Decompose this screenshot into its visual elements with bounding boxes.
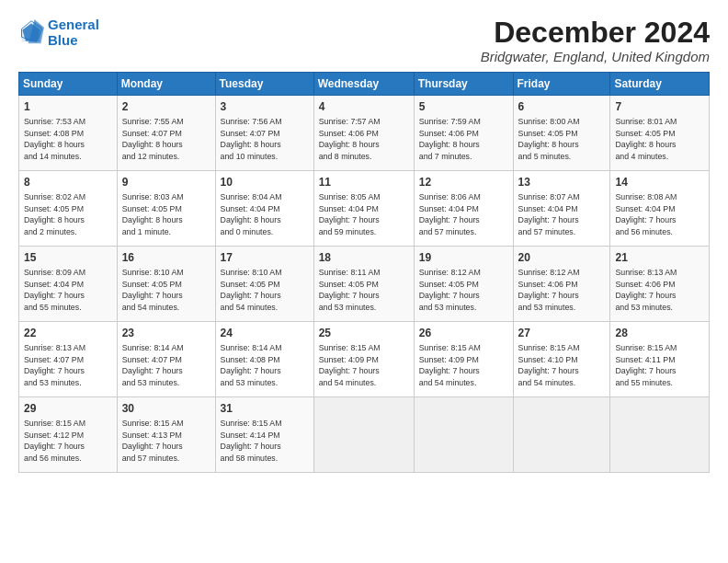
day-info: Sunrise: 8:02 AM Sunset: 4:05 PM Dayligh… xyxy=(24,191,112,238)
day-info: Sunrise: 8:01 AM Sunset: 4:05 PM Dayligh… xyxy=(615,116,704,163)
day-info: Sunrise: 8:05 AM Sunset: 4:04 PM Dayligh… xyxy=(319,191,409,238)
day-info: Sunrise: 7:55 AM Sunset: 4:07 PM Dayligh… xyxy=(122,116,210,163)
day-number: 31 xyxy=(221,401,309,417)
day-info: Sunrise: 8:11 AM Sunset: 4:05 PM Dayligh… xyxy=(319,267,409,314)
calendar-cell: 13Sunrise: 8:07 AM Sunset: 4:04 PM Dayli… xyxy=(513,171,610,247)
day-info: Sunrise: 8:07 AM Sunset: 4:04 PM Dayligh… xyxy=(518,191,606,238)
day-info: Sunrise: 8:10 AM Sunset: 4:05 PM Dayligh… xyxy=(122,267,210,314)
day-number: 6 xyxy=(518,99,606,115)
day-number: 29 xyxy=(24,401,112,417)
calendar-cell: 15Sunrise: 8:09 AM Sunset: 4:04 PM Dayli… xyxy=(19,247,118,322)
day-info: Sunrise: 8:15 AM Sunset: 4:09 PM Dayligh… xyxy=(419,342,508,389)
calendar-cell: 4Sunrise: 7:57 AM Sunset: 4:06 PM Daylig… xyxy=(313,96,414,171)
day-number: 7 xyxy=(615,99,704,115)
calendar-cell: 3Sunrise: 7:56 AM Sunset: 4:07 PM Daylig… xyxy=(215,96,313,171)
calendar-header-tuesday: Tuesday xyxy=(215,73,313,96)
calendar-header-sunday: Sunday xyxy=(19,73,118,96)
logo: General Blue xyxy=(18,17,99,49)
day-number: 20 xyxy=(518,250,606,266)
calendar-cell: 19Sunrise: 8:12 AM Sunset: 4:05 PM Dayli… xyxy=(414,247,513,322)
calendar-cell: 1Sunrise: 7:53 AM Sunset: 4:08 PM Daylig… xyxy=(19,96,118,171)
calendar-cell: 24Sunrise: 8:14 AM Sunset: 4:08 PM Dayli… xyxy=(215,322,313,397)
calendar-cell: 6Sunrise: 8:00 AM Sunset: 4:05 PM Daylig… xyxy=(513,96,610,171)
calendar-cell: 9Sunrise: 8:03 AM Sunset: 4:05 PM Daylig… xyxy=(117,171,215,247)
calendar-cell: 2Sunrise: 7:55 AM Sunset: 4:07 PM Daylig… xyxy=(117,96,215,171)
calendar-cell: 12Sunrise: 8:06 AM Sunset: 4:04 PM Dayli… xyxy=(414,171,513,247)
day-number: 1 xyxy=(24,99,112,115)
day-info: Sunrise: 8:15 AM Sunset: 4:09 PM Dayligh… xyxy=(319,342,409,389)
calendar-cell: 25Sunrise: 8:15 AM Sunset: 4:09 PM Dayli… xyxy=(313,322,414,397)
day-number: 19 xyxy=(419,250,508,266)
title-section: December 2024 Bridgwater, England, Unite… xyxy=(481,17,710,64)
calendar-week-row: 15Sunrise: 8:09 AM Sunset: 4:04 PM Dayli… xyxy=(19,247,710,322)
day-info: Sunrise: 8:12 AM Sunset: 4:05 PM Dayligh… xyxy=(419,267,508,314)
day-number: 2 xyxy=(122,99,210,115)
day-info: Sunrise: 8:14 AM Sunset: 4:08 PM Dayligh… xyxy=(221,342,309,389)
day-info: Sunrise: 8:14 AM Sunset: 4:07 PM Dayligh… xyxy=(122,342,210,389)
calendar-cell: 27Sunrise: 8:15 AM Sunset: 4:10 PM Dayli… xyxy=(513,322,610,397)
day-number: 30 xyxy=(122,401,210,417)
day-info: Sunrise: 8:15 AM Sunset: 4:11 PM Dayligh… xyxy=(615,342,704,389)
calendar-header-saturday: Saturday xyxy=(610,73,710,96)
calendar-cell: 22Sunrise: 8:13 AM Sunset: 4:07 PM Dayli… xyxy=(19,322,118,397)
day-number: 28 xyxy=(615,326,704,341)
day-info: Sunrise: 8:09 AM Sunset: 4:04 PM Dayligh… xyxy=(24,267,112,314)
day-number: 12 xyxy=(419,175,508,190)
day-info: Sunrise: 8:13 AM Sunset: 4:06 PM Dayligh… xyxy=(615,267,704,314)
day-number: 16 xyxy=(122,250,210,266)
day-number: 11 xyxy=(319,175,409,190)
day-info: Sunrise: 8:00 AM Sunset: 4:05 PM Dayligh… xyxy=(518,116,606,163)
day-number: 14 xyxy=(615,175,704,190)
calendar-cell xyxy=(610,397,710,473)
calendar-cell: 5Sunrise: 7:59 AM Sunset: 4:06 PM Daylig… xyxy=(414,96,513,171)
day-number: 15 xyxy=(24,250,112,266)
calendar-week-row: 22Sunrise: 8:13 AM Sunset: 4:07 PM Dayli… xyxy=(19,322,710,397)
day-number: 10 xyxy=(221,175,309,190)
day-number: 8 xyxy=(24,175,112,190)
day-info: Sunrise: 7:57 AM Sunset: 4:06 PM Dayligh… xyxy=(319,116,409,163)
calendar-cell: 28Sunrise: 8:15 AM Sunset: 4:11 PM Dayli… xyxy=(610,322,710,397)
calendar-cell: 14Sunrise: 8:08 AM Sunset: 4:04 PM Dayli… xyxy=(610,171,710,247)
day-number: 27 xyxy=(518,326,606,341)
day-number: 5 xyxy=(419,99,508,115)
calendar-cell: 8Sunrise: 8:02 AM Sunset: 4:05 PM Daylig… xyxy=(19,171,118,247)
day-info: Sunrise: 7:53 AM Sunset: 4:08 PM Dayligh… xyxy=(24,116,112,163)
calendar-cell: 10Sunrise: 8:04 AM Sunset: 4:04 PM Dayli… xyxy=(215,171,313,247)
calendar-table: SundayMondayTuesdayWednesdayThursdayFrid… xyxy=(18,72,710,473)
calendar-cell: 11Sunrise: 8:05 AM Sunset: 4:04 PM Dayli… xyxy=(313,171,414,247)
day-number: 4 xyxy=(319,99,409,115)
day-info: Sunrise: 7:59 AM Sunset: 4:06 PM Dayligh… xyxy=(419,116,508,163)
day-number: 26 xyxy=(419,326,508,341)
day-number: 13 xyxy=(518,175,606,190)
day-info: Sunrise: 8:15 AM Sunset: 4:12 PM Dayligh… xyxy=(24,418,112,465)
day-info: Sunrise: 8:12 AM Sunset: 4:06 PM Dayligh… xyxy=(518,267,606,314)
calendar-header-thursday: Thursday xyxy=(414,73,513,96)
calendar-cell xyxy=(414,397,513,473)
calendar-cell: 26Sunrise: 8:15 AM Sunset: 4:09 PM Dayli… xyxy=(414,322,513,397)
calendar-header-wednesday: Wednesday xyxy=(313,73,414,96)
day-number: 22 xyxy=(24,326,112,341)
calendar-cell xyxy=(513,397,610,473)
day-info: Sunrise: 8:10 AM Sunset: 4:05 PM Dayligh… xyxy=(221,267,309,314)
subtitle: Bridgwater, England, United Kingdom xyxy=(481,49,710,64)
calendar-cell: 29Sunrise: 8:15 AM Sunset: 4:12 PM Dayli… xyxy=(19,397,118,473)
day-number: 23 xyxy=(122,326,210,341)
calendar-cell xyxy=(313,397,414,473)
calendar-cell: 16Sunrise: 8:10 AM Sunset: 4:05 PM Dayli… xyxy=(117,247,215,322)
day-number: 18 xyxy=(319,250,409,266)
day-info: Sunrise: 8:03 AM Sunset: 4:05 PM Dayligh… xyxy=(122,191,210,238)
day-info: Sunrise: 8:08 AM Sunset: 4:04 PM Dayligh… xyxy=(615,191,704,238)
day-number: 17 xyxy=(221,250,309,266)
calendar-cell: 17Sunrise: 8:10 AM Sunset: 4:05 PM Dayli… xyxy=(215,247,313,322)
calendar-week-row: 1Sunrise: 7:53 AM Sunset: 4:08 PM Daylig… xyxy=(19,96,710,171)
calendar-week-row: 8Sunrise: 8:02 AM Sunset: 4:05 PM Daylig… xyxy=(19,171,710,247)
day-number: 24 xyxy=(221,326,309,341)
calendar-week-row: 29Sunrise: 8:15 AM Sunset: 4:12 PM Dayli… xyxy=(19,397,710,473)
day-info: Sunrise: 8:15 AM Sunset: 4:14 PM Dayligh… xyxy=(221,418,309,465)
main-title: December 2024 xyxy=(481,17,710,49)
day-info: Sunrise: 8:13 AM Sunset: 4:07 PM Dayligh… xyxy=(24,342,112,389)
calendar-header-monday: Monday xyxy=(117,73,215,96)
calendar-header-friday: Friday xyxy=(513,73,610,96)
calendar-cell: 31Sunrise: 8:15 AM Sunset: 4:14 PM Dayli… xyxy=(215,397,313,473)
day-number: 21 xyxy=(615,250,704,266)
